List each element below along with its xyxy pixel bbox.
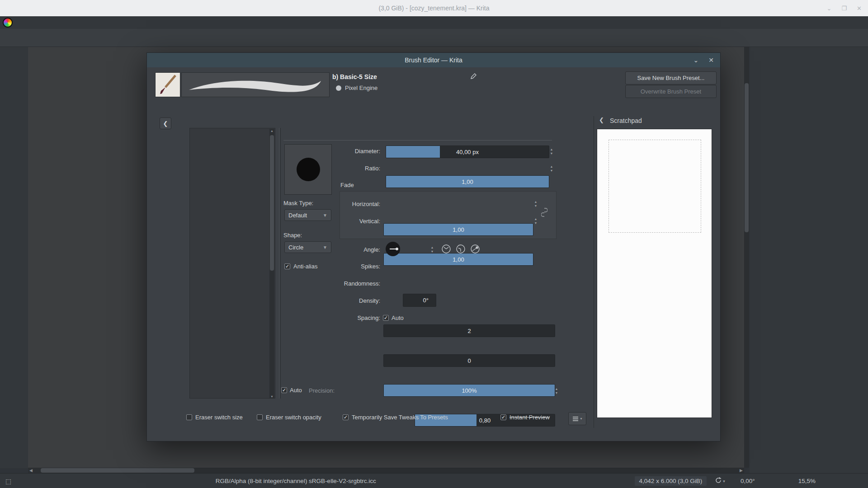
- image-size-memory: 4,042 x 6.000 (3,0 GiB): [635, 476, 707, 486]
- precision-label: Precision:: [309, 387, 335, 394]
- spacing-label: Spacing:: [296, 314, 380, 321]
- main-toolbar: [0, 29, 868, 47]
- dialog-titlebar[interactable]: Brush Editor — Krita ⌄ ✕: [147, 53, 720, 67]
- angle-label: Angle:: [296, 246, 380, 253]
- stroke-preview: [181, 72, 330, 97]
- instant-preview-checkbox[interactable]: ✓Instant Preview: [500, 414, 550, 421]
- density-label: Density:: [296, 297, 380, 304]
- canvas-horizontal-scrollbar[interactable]: ◀ ▶: [28, 468, 744, 473]
- ratio-spinner[interactable]: ▲▼: [548, 163, 555, 174]
- rotation-dropdown-icon[interactable]: ▾: [723, 479, 725, 483]
- splitter[interactable]: [279, 128, 281, 399]
- scratchpad-canvas[interactable]: [597, 129, 712, 418]
- shade-icon[interactable]: ⌄: [827, 5, 832, 12]
- save-new-preset-button[interactable]: Save New Brush Preset...: [625, 71, 717, 84]
- diameter-label: Diameter:: [296, 148, 380, 155]
- reset-rotation-icon[interactable]: [715, 477, 722, 485]
- angle-quick-buttons: [441, 244, 481, 254]
- ratio-label: Ratio:: [296, 165, 380, 172]
- spacing-auto-checkbox[interactable]: ✓ Auto: [383, 314, 404, 321]
- spikes-slider[interactable]: 2: [383, 324, 555, 337]
- selection-mode-icon[interactable]: ⬚: [5, 478, 11, 485]
- eraser-switch-opacity-checkbox[interactable]: Eraser switch opacity: [257, 414, 321, 421]
- scroll-right-icon[interactable]: ▶: [738, 468, 744, 473]
- scroll-left-icon[interactable]: ◀: [28, 468, 34, 473]
- rotation-value[interactable]: 0,00°: [731, 478, 755, 484]
- tab-separator: [283, 140, 552, 141]
- scratchpad-separator: [594, 116, 594, 428]
- link-fade-icon[interactable]: [541, 207, 547, 219]
- diameter-slider[interactable]: 40,00 px: [386, 145, 549, 158]
- diameter-spinner[interactable]: ▲▼: [548, 145, 555, 157]
- rename-preset-icon[interactable]: [470, 73, 477, 81]
- engine-icon: [336, 85, 341, 91]
- angle-spinner[interactable]: ▲▼: [429, 243, 435, 255]
- restore-icon[interactable]: ❐: [841, 5, 847, 12]
- collapse-options-icon[interactable]: ❮: [160, 117, 171, 129]
- angle-preset-icon: [470, 244, 481, 254]
- color-profile-text: RGB/Alpha (8-bit integer/channel) sRGB-e…: [216, 478, 376, 484]
- fade-label: Fade: [340, 182, 354, 188]
- spikes-label: Spikes:: [296, 263, 380, 270]
- horizontal-spinner[interactable]: ▲▼: [533, 198, 539, 210]
- krita-logo-icon: [3, 18, 13, 28]
- shape-label: Shape:: [283, 232, 302, 239]
- density-slider[interactable]: 100%: [383, 384, 555, 397]
- dialog-shade-icon[interactable]: ⌄: [693, 56, 699, 64]
- mask-type-label: Mask Type:: [283, 200, 313, 206]
- randomness-slider[interactable]: 0: [383, 354, 555, 367]
- dialog-title: Brush Editor — Krita: [405, 56, 462, 64]
- dialog-options-menu-button[interactable]: ▾: [568, 412, 586, 425]
- precision-spinner[interactable]: ▲▼: [553, 385, 560, 397]
- auto-precision-checkbox[interactable]: ✓ Auto: [281, 387, 302, 394]
- toolbox: [0, 47, 28, 468]
- preset-name: b) Basic-5 Size: [332, 73, 377, 80]
- scratchpad-title: Scratchpad: [610, 117, 642, 124]
- angle-preset-icon: [455, 244, 466, 254]
- window-titlebar: (3,0 GiB) - [cozy_tenement.kra] — Krita …: [0, 0, 868, 16]
- mask-type-dropdown[interactable]: Default▼: [284, 209, 331, 221]
- angle-dial[interactable]: [386, 242, 400, 256]
- overwrite-preset-button[interactable]: Overwrite Brush Preset: [625, 85, 717, 98]
- horizontal-slider[interactable]: 1,00: [383, 223, 533, 236]
- zoom-value[interactable]: 15,5%: [798, 478, 816, 484]
- angle-spinbox[interactable]: 0°: [403, 294, 436, 307]
- ratio-slider[interactable]: 1,00: [386, 175, 549, 188]
- window-title: (3,0 GiB) - [cozy_tenement.kra] — Krita: [378, 5, 489, 12]
- brush-editor-dialog: Brush Editor — Krita ⌄ ✕ b) Basic-5 Size…: [146, 52, 721, 441]
- angle-preset-icon: [441, 244, 452, 254]
- scratchpad-collapse-icon[interactable]: ❮: [599, 117, 604, 123]
- window-close-icon[interactable]: ✕: [857, 5, 862, 12]
- menubar: [0, 16, 868, 29]
- vertical-slider[interactable]: 1,00: [383, 253, 533, 266]
- engine-row: Pixel Engine: [336, 84, 377, 91]
- temporarily-save-tweaks-checkbox[interactable]: ✓Temporarily Save Tweaks To Presets: [343, 414, 448, 421]
- brush-options-list: ▲ ▼: [189, 128, 275, 399]
- statusbar: ⬚ RGB/Alpha (8-bit integer/channel) sRGB…: [0, 473, 868, 488]
- dialog-close-icon[interactable]: ✕: [708, 56, 714, 64]
- options-scrollbar[interactable]: ▲ ▼: [269, 129, 274, 399]
- randomness-label: Randomness:: [296, 280, 380, 287]
- krita-application: (3,0 GiB) - [cozy_tenement.kra] — Krita …: [0, 0, 868, 488]
- canvas-vertical-scrollbar[interactable]: [744, 47, 749, 468]
- preset-thumbnail: [155, 72, 180, 97]
- eraser-switch-size-checkbox[interactable]: Eraser switch size: [186, 414, 243, 421]
- vertical-spinner[interactable]: ▲▼: [533, 215, 539, 227]
- right-docker: [750, 47, 868, 473]
- engine-name: Pixel Engine: [345, 84, 377, 91]
